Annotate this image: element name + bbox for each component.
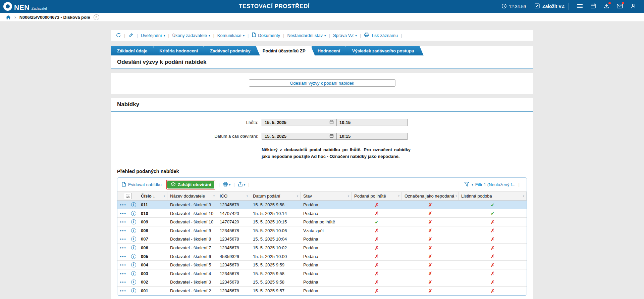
column-header[interactable]: Název dodavatele ▾ [167, 192, 217, 200]
column-filter-icon[interactable]: ▾ [523, 195, 524, 198]
row-menu-icon[interactable]: ●●● [117, 212, 129, 215]
active-filter-label[interactable]: Filtr 1 (Neuložený f... [475, 182, 516, 187]
row-menu-icon[interactable]: ●●● [117, 263, 129, 266]
pencil-icon[interactable] [128, 33, 133, 38]
toolbar-item[interactable]: Správa VZ ▾ [333, 33, 357, 38]
opening-time-field[interactable]: 10:15 [336, 133, 408, 140]
column-header-label: IČO [220, 194, 227, 199]
column-filter-icon[interactable]: ▾ [164, 195, 165, 198]
column-header[interactable]: Podaná po lhůtě ▾ [352, 192, 402, 200]
create-vz-button[interactable]: Založit VZ [534, 3, 565, 10]
toolbar-item[interactable]: Tisk záznamu [364, 32, 398, 38]
chevron-down-icon[interactable]: ▾ [472, 183, 473, 186]
row-menu-icon[interactable]: ●●● [117, 203, 129, 206]
row-menu-icon[interactable]: ●●● [117, 255, 129, 258]
table-row[interactable]: ●●● i 008 Dodavatel - školení 9 12345678… [117, 226, 527, 235]
table-row[interactable]: ●●● i 001 Dodavatel - školení 2 12345678… [117, 287, 527, 295]
tab[interactable]: Výsledek zadávacího postupu [346, 46, 424, 55]
deadline-date-field[interactable]: 15. 5. 2025 [262, 119, 337, 126]
column-settings-icon[interactable] [124, 193, 132, 199]
column-header[interactable]: Datum podání ▾ [250, 192, 301, 200]
row-menu-icon[interactable]: ●●● [117, 220, 129, 223]
calendar-icon[interactable] [329, 120, 334, 125]
cell-supplier: Dodavatel - školení 7 [167, 245, 217, 250]
filter-funnel-icon[interactable] [464, 181, 470, 188]
table-row[interactable]: ●●● i 009 Dodavatel - školení 10 1470742… [117, 218, 527, 226]
row-menu-icon[interactable]: ●●● [117, 229, 129, 232]
row-menu-icon[interactable]: ●●● [117, 281, 129, 284]
tab[interactable]: Podání účastníků ZP [257, 46, 315, 55]
column-filter-icon[interactable]: ▾ [297, 195, 298, 198]
table-row[interactable]: ●●● i 007 Dodavatel - školení 8 12345678… [117, 235, 527, 244]
column-filter-icon[interactable]: ▾ [398, 195, 399, 198]
nen-logo[interactable]: NEN Zadavatel [3, 2, 47, 11]
info-icon: i [131, 271, 136, 276]
row-info-icon[interactable]: i [129, 202, 138, 207]
column-header[interactable]: Listinná podoba ▾ [459, 192, 527, 200]
person-icon [631, 3, 636, 10]
toolbar-item[interactable]: Úkony zadavatele ▾ [172, 33, 210, 38]
column-header[interactable]: Stav ▾ [301, 192, 352, 200]
toolbar-item[interactable]: Uveřejnění ▾ [141, 33, 165, 38]
row-info-icon[interactable]: i [129, 228, 138, 233]
register-bid-button[interactable]: Evidovat nabídku [121, 182, 162, 188]
column-header[interactable]: Číslo ↓ ▾ [138, 192, 167, 200]
home-icon[interactable] [5, 15, 11, 20]
row-info-icon[interactable]: i [129, 237, 138, 242]
profile-button[interactable] [627, 0, 640, 13]
row-menu-icon[interactable]: ●●● [117, 246, 129, 249]
tab[interactable]: Základní údaje [111, 46, 157, 55]
row-menu-icon[interactable]: ●●● [117, 238, 129, 241]
toolbar-item[interactable]: Dokumenty [252, 32, 280, 38]
column-filter-icon[interactable]: ▾ [213, 195, 215, 198]
print-table-button[interactable]: ▾ [223, 182, 231, 188]
opening-date-field[interactable]: 15. 5. 2025 [262, 133, 337, 140]
cell-paper-form: ✗ [459, 271, 527, 276]
tab[interactable]: Zadávací podmínky [204, 46, 260, 55]
table-row[interactable]: ●●● i 004 Dodavatel - školení 5 12345678… [117, 261, 527, 269]
column-header[interactable]: Označena jako nepodaná ▾ [402, 192, 459, 200]
row-menu-icon[interactable]: ●●● [117, 272, 129, 275]
cell-paper-form: ✗ [459, 237, 527, 242]
calendar-icon[interactable] [329, 134, 334, 139]
row-info-icon[interactable]: i [129, 262, 138, 267]
row-info-icon[interactable]: i [129, 280, 138, 285]
row-menu-icon[interactable]: ●●● [117, 289, 129, 292]
refresh-icon[interactable] [116, 33, 121, 38]
cell-after-deadline: ✗ [352, 228, 402, 233]
menu-button[interactable] [573, 0, 586, 13]
tab[interactable]: Hodnocení [312, 46, 350, 55]
calendar-button[interactable] [586, 0, 600, 13]
row-info-icon[interactable]: i [129, 271, 138, 276]
deadline-time-field[interactable]: 10:15 [336, 119, 408, 126]
row-info-icon[interactable]: i [129, 211, 138, 216]
table-row[interactable]: ●●● i 003 Dodavatel - školení 4 12345678… [117, 269, 527, 278]
close-record-icon[interactable]: × [94, 14, 99, 20]
send-invitation-button[interactable]: Odeslání výzvy k podání nabídek [249, 79, 395, 87]
messages-button[interactable] [613, 0, 627, 13]
column-filter-icon[interactable]: ▾ [455, 195, 457, 198]
table-row[interactable]: ●●● i 006 Dodavatel - školení 7 12345678… [117, 244, 527, 252]
tab[interactable]: Kritéria hodnocení [153, 46, 207, 55]
downloads-button[interactable] [600, 0, 613, 13]
table-row[interactable]: ●●● i 002 Dodavatel - školení 3 12345678… [117, 278, 527, 287]
table-row[interactable]: ●●● i 010 Dodavatel - školení 10 1470742… [117, 209, 527, 218]
row-info-icon[interactable]: i [129, 245, 138, 250]
cell-ico: 14707420 [217, 211, 250, 216]
column-filter-icon[interactable]: ▾ [348, 195, 349, 198]
column-filter-icon[interactable]: ▾ [247, 195, 248, 198]
info-icon: i [131, 211, 136, 216]
start-opening-button[interactable]: Zahájit otevírání [167, 181, 215, 188]
table-row[interactable]: ●●● i 005 Dodavatel - školení 6 45359326… [117, 252, 527, 261]
toolbar-item[interactable]: Nestandardní stav ▾ [287, 33, 326, 38]
export-button[interactable]: ▾ [238, 181, 246, 188]
toolbar-item[interactable]: Komunikace ▾ [217, 33, 245, 38]
toolbar-item-label: Dokumenty [258, 33, 280, 38]
table-row[interactable]: ●●● i 011 Dodavatel - školení 3 12345678… [117, 201, 527, 209]
row-info-icon[interactable]: i [129, 219, 138, 224]
cell-ico: 12345678 [217, 280, 250, 285]
row-info-icon[interactable]: i [129, 254, 138, 259]
column-header[interactable]: IČO ▾ [217, 192, 250, 200]
row-info-icon[interactable]: i [129, 288, 138, 293]
separator: | [213, 33, 214, 38]
